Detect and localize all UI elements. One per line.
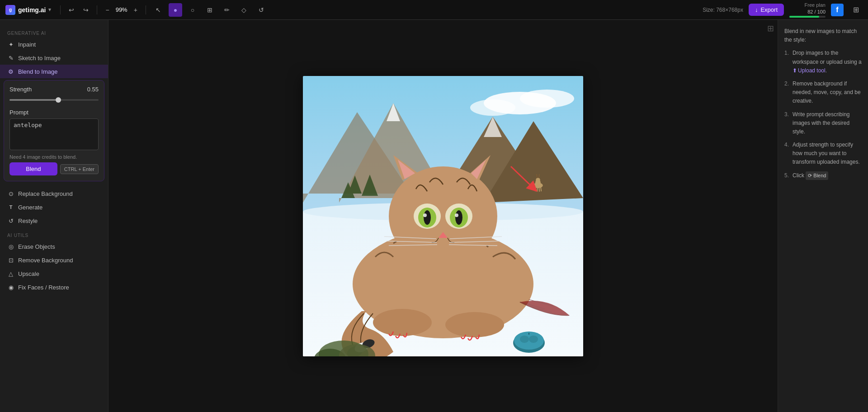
credits-note: Need 4 image credits to blend. <box>9 154 99 160</box>
slider-fill <box>9 99 58 101</box>
export-icon: ↓ <box>755 6 758 13</box>
blend-panel: Strength 0.55 Prompt antelope Need 4 ima… <box>4 80 104 181</box>
facebook-icon[interactable]: f <box>831 4 844 16</box>
export-button[interactable]: ↓ Export <box>749 4 784 16</box>
undo-button[interactable]: ↩ <box>66 5 77 15</box>
sidebar-item-upscale[interactable]: △ Upscale <box>0 267 108 280</box>
plan-label: Free plan <box>805 2 826 8</box>
sidebar-item-label-restyle: Restyle <box>18 218 38 224</box>
canvas-size: Size: 768×768px <box>703 7 743 13</box>
strength-slider[interactable] <box>9 95 99 104</box>
blend-inline-hint: ⟳ Blend <box>806 171 828 180</box>
svg-point-28 <box>424 210 431 225</box>
help-steps: Drop images to the workspace or upload u… <box>784 49 862 180</box>
plan-info: Free plan 82 / 100 <box>789 2 826 18</box>
blend-actions: Blend CTRL + Enter <box>9 162 99 175</box>
app-logo[interactable]: g getimg.ai ▾ <box>5 5 51 15</box>
topbar: g getimg.ai ▾ ↩ ↪ − 99% + ↖ ● ○ ⊞ ✏ ◇ ↺ … <box>0 0 868 20</box>
logo-text: getimg.ai <box>18 6 46 14</box>
tool-polygon[interactable]: ◇ <box>237 3 251 17</box>
prompt-label: Prompt <box>9 109 99 116</box>
svg-point-19 <box>389 166 497 266</box>
help-step-1: Drop images to the workspace or upload u… <box>784 49 862 75</box>
sidebar: Generative AI ✦ Inpaint ✎ Sketch to Imag… <box>0 20 108 412</box>
svg-point-30 <box>423 213 427 217</box>
svg-point-31 <box>455 213 458 217</box>
sidebar-item-label-sketch: Sketch to Image <box>18 55 61 62</box>
svg-line-50 <box>535 187 536 191</box>
restyle-icon: ↺ <box>7 217 14 224</box>
topbar-divider-2 <box>97 5 97 14</box>
upload-icon: ⬆ <box>793 66 797 75</box>
logo-chevron: ▾ <box>48 7 51 13</box>
replace-bg-icon: ⊙ <box>7 190 14 197</box>
help-step-3: Write prompt describing images with the … <box>784 110 862 137</box>
remove-bg-icon: ⊡ <box>7 256 14 264</box>
redo-button[interactable]: ↪ <box>80 5 91 15</box>
svg-point-18 <box>445 312 504 337</box>
slider-thumb <box>56 97 61 103</box>
tool-pen[interactable]: ✏ <box>220 3 234 17</box>
svg-point-46 <box>529 336 538 343</box>
tool-rotate[interactable]: ↺ <box>255 3 268 17</box>
generative-ai-section-label: Generative AI <box>0 27 108 38</box>
sidebar-item-label-generate: Generate <box>18 204 42 211</box>
sidebar-item-erase-objects[interactable]: ◎ Erase Objects <box>0 240 108 253</box>
canvas-image <box>303 76 583 356</box>
logo-icon: g <box>5 5 15 15</box>
sidebar-item-label-blend: Blend to Image <box>18 68 57 75</box>
svg-line-53 <box>541 187 541 191</box>
blend-icon: ⚙ <box>7 68 14 75</box>
svg-point-49 <box>536 178 540 182</box>
sidebar-item-label-inpaint: Inpaint <box>18 41 36 48</box>
svg-point-29 <box>455 210 462 225</box>
blend-inline-icon: ⟳ <box>808 172 812 180</box>
zoom-out-button[interactable]: − <box>103 5 112 15</box>
upscale-icon: △ <box>7 270 14 277</box>
layout-icon[interactable]: ⊞ <box>849 3 863 17</box>
sidebar-item-restyle[interactable]: ↺ Restyle <box>0 214 108 227</box>
help-step-2: Remove background if needed, move, copy,… <box>784 80 862 106</box>
sidebar-item-replace-background[interactable]: ⊙ Replace Background <box>0 187 108 200</box>
svg-line-51 <box>537 187 538 191</box>
slider-track <box>9 99 99 101</box>
sketch-icon: ✎ <box>7 54 14 62</box>
zoom-value: 99% <box>116 6 127 13</box>
main-layout: Generative AI ✦ Inpaint ✎ Sketch to Imag… <box>0 20 868 412</box>
sidebar-item-blend-to-image[interactable]: ⚙ Blend to Image <box>0 65 108 78</box>
prompt-textarea[interactable]: antelope <box>9 118 99 150</box>
help-panel: Blend in new images to match the style: … <box>778 20 868 412</box>
export-label: Export <box>760 6 778 13</box>
plan-progress-fill <box>789 16 819 18</box>
zoom-in-button[interactable]: + <box>131 5 140 15</box>
sidebar-item-label-fix-faces: Fix Faces / Restore <box>18 284 69 291</box>
svg-point-4 <box>470 99 515 116</box>
ai-utils-section-label: AI Utils <box>0 229 108 240</box>
tool-paint[interactable]: ● <box>169 3 182 17</box>
sidebar-item-inpaint[interactable]: ✦ Inpaint <box>0 38 108 51</box>
tool-select[interactable]: ↖ <box>151 3 165 17</box>
plan-credits: 82 / 100 <box>807 9 826 15</box>
help-step-5: Click ⟳ Blend <box>784 171 862 180</box>
sidebar-item-fix-faces[interactable]: ◉ Fix Faces / Restore <box>0 280 108 294</box>
svg-point-45 <box>520 336 529 343</box>
svg-line-52 <box>539 187 539 191</box>
sidebar-item-remove-background[interactable]: ⊡ Remove Background <box>0 253 108 267</box>
tool-shape[interactable]: ○ <box>186 3 199 17</box>
sidebar-item-sketch-to-image[interactable]: ✎ Sketch to Image <box>0 51 108 65</box>
blend-button[interactable]: Blend <box>9 162 57 175</box>
strength-label: Strength <box>9 86 32 93</box>
upload-link[interactable]: ⬆ Upload tool <box>793 66 826 75</box>
topbar-divider-3 <box>146 5 146 14</box>
sidebar-item-generate[interactable]: T Generate <box>0 200 108 214</box>
sidebar-item-label-remove-bg: Remove Background <box>18 257 73 264</box>
inpaint-icon: ✦ <box>7 41 14 48</box>
svg-point-17 <box>373 309 432 336</box>
tool-grid[interactable]: ⊞ <box>203 3 217 17</box>
canvas-svg <box>303 76 583 356</box>
canvas-layout-icon[interactable]: ⊞ <box>767 24 774 33</box>
erase-icon: ◎ <box>7 243 14 250</box>
sidebar-item-label-erase: Erase Objects <box>18 243 55 250</box>
sidebar-item-label-upscale: Upscale <box>18 270 39 277</box>
blend-shortcut: CTRL + Enter <box>60 164 99 174</box>
